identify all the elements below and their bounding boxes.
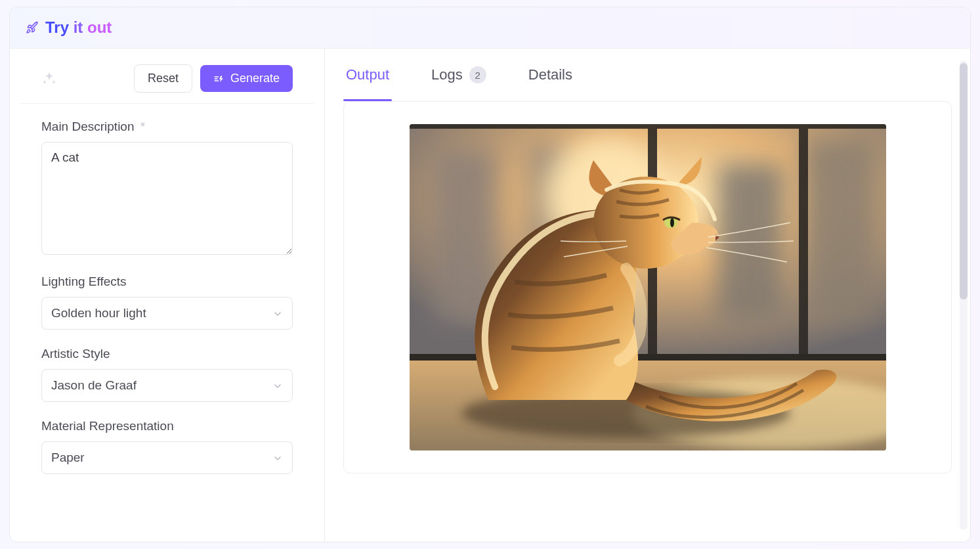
output-image-svg	[410, 124, 886, 450]
header-title-out: out	[87, 18, 112, 36]
tab-output-label: Output	[346, 66, 389, 83]
lighting-effects-label: Lighting Effects	[41, 274, 293, 289]
tab-logs[interactable]: Logs 2	[429, 49, 489, 101]
artistic-style-label: Artistic Style	[41, 347, 293, 361]
material-representation-label: Material Representation	[41, 419, 293, 433]
material-representation-value: Paper	[51, 450, 85, 465]
lighting-effects-select[interactable]: Golden hour light	[41, 297, 293, 330]
generate-button-label: Generate	[230, 72, 280, 85]
chevron-down-icon	[272, 380, 283, 391]
lighting-effects-value: Golden hour light	[51, 306, 146, 320]
main-description-label: Main Description *	[41, 120, 293, 134]
tab-logs-badge: 2	[469, 66, 486, 83]
card-header: Try it out	[10, 7, 970, 49]
reset-button[interactable]: Reset	[134, 64, 192, 93]
artistic-style-select[interactable]: Jason de Graaf	[41, 369, 293, 402]
tab-details[interactable]: Details	[526, 49, 575, 101]
output-card	[343, 101, 952, 473]
output-image	[410, 124, 886, 450]
generate-button[interactable]: Generate	[200, 65, 293, 92]
tab-details-label: Details	[528, 66, 572, 83]
left-toolbar: Reset Generate	[20, 49, 314, 104]
left-pane: Reset Generate	[10, 49, 325, 542]
main-description-input[interactable]	[41, 142, 293, 255]
header-title-try: Try	[45, 18, 69, 36]
reset-button-label: Reset	[148, 72, 179, 85]
rocket-icon	[26, 21, 39, 34]
app-card: Try it out Reset	[9, 7, 971, 542]
form-area: Main Description * Lighting Effects Gold…	[10, 104, 324, 542]
output-wrap	[325, 101, 970, 542]
right-pane: Output Logs 2 Details	[325, 49, 970, 542]
main-description-label-text: Main Description	[41, 120, 135, 133]
header-title-it: it	[74, 18, 83, 36]
required-star: *	[140, 120, 145, 133]
card-body: Reset Generate	[10, 49, 970, 542]
tab-output[interactable]: Output	[343, 49, 392, 101]
field-artistic-style: Artistic Style Jason de Graaf	[41, 347, 293, 402]
scrollbar[interactable]	[960, 60, 968, 530]
sparkle-icon	[41, 71, 57, 87]
svg-point-20	[670, 218, 674, 227]
tab-logs-label: Logs	[431, 66, 463, 83]
field-main-description: Main Description *	[41, 120, 293, 257]
artistic-style-value: Jason de Graaf	[51, 378, 137, 393]
tabs: Output Logs 2 Details	[325, 49, 970, 101]
material-representation-select[interactable]: Paper	[41, 441, 293, 474]
chevron-down-icon	[272, 308, 283, 318]
chevron-down-icon	[272, 452, 283, 463]
field-lighting-effects: Lighting Effects Golden hour light	[41, 274, 293, 330]
svg-rect-8	[803, 137, 876, 321]
scrollbar-thumb[interactable]	[960, 63, 968, 299]
svg-marker-3	[219, 76, 223, 82]
bolt-icon	[213, 73, 225, 85]
header-title: Try it out	[45, 18, 112, 37]
field-material-representation: Material Representation Paper	[41, 419, 293, 474]
